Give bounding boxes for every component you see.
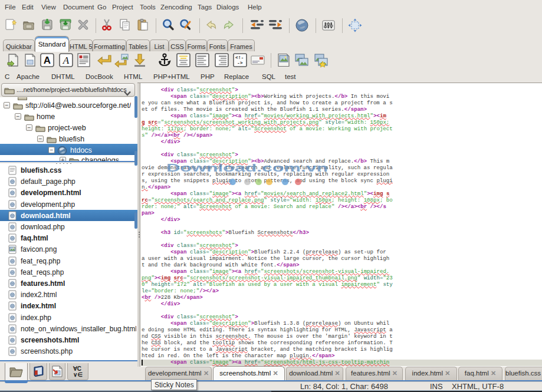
svg-text:A: A	[63, 55, 70, 66]
svg-text:∨∈: ∨∈	[73, 371, 83, 378]
svg-text:<!-: <!-	[235, 55, 244, 60]
svg-text:A: A	[44, 55, 51, 66]
svg-text:->: ->	[237, 60, 243, 65]
